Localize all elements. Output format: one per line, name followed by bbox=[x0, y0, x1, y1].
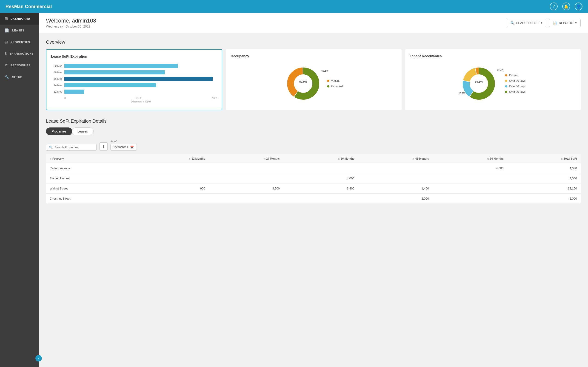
tenant-receivables-card: Tenant Receivables bbox=[405, 49, 581, 110]
col-property[interactable]: ⇅Property bbox=[46, 154, 134, 163]
help-icon[interactable]: ? bbox=[550, 2, 558, 10]
sidebar-collapse-button[interactable]: ‹ bbox=[35, 355, 42, 361]
cell-12m bbox=[134, 173, 209, 184]
top-nav-icons: ? 🔔 👤 bbox=[550, 2, 582, 10]
table-row: Flagler Avenue 4,000 4,000 bbox=[46, 173, 581, 184]
current-label: Current bbox=[509, 74, 518, 77]
bar-label: 24 Mos bbox=[51, 84, 62, 87]
receivables-legend: Current Over 30 days Over 60 days bbox=[505, 74, 526, 93]
legend-vacant: Vacant bbox=[327, 79, 343, 83]
cell-12m: 900 bbox=[134, 184, 209, 194]
charts-row: Lease SqFt Expiration 60 Mos 48 Mos 36 M… bbox=[46, 49, 581, 110]
bar-fill bbox=[64, 70, 165, 75]
cell-24m bbox=[209, 194, 283, 204]
search-box[interactable]: 🔍 bbox=[46, 144, 97, 151]
col-36months[interactable]: ⇅36 Months bbox=[283, 154, 358, 163]
sidebar-item-recoveries[interactable]: ↺ Recoveries bbox=[0, 59, 39, 71]
download-button[interactable]: ⬇ bbox=[99, 142, 108, 151]
date-input[interactable]: 10/30/2019 📅 bbox=[110, 144, 137, 151]
sidebar-label-dashboard: Dashboard bbox=[11, 17, 30, 20]
details-section: Lease SqFt Expiration Details Properties… bbox=[46, 118, 581, 203]
cell-total: 4,000 bbox=[507, 173, 581, 184]
occupancy-donut-container: 59.9% 40.1% Vacant Occupied bbox=[230, 62, 397, 106]
filters-row: 🔍 ⬇ As of: 10/30/2019 📅 bbox=[46, 140, 581, 151]
reports-icon: 📊 bbox=[553, 21, 557, 25]
receivables-label-18-2: 18.2% bbox=[497, 68, 503, 71]
col-60months[interactable]: ⇅60 Months bbox=[433, 154, 507, 163]
receivables-label-18-2b: 18.2% bbox=[459, 92, 465, 95]
data-table: ⇅Property ⇅12 Months ⇅24 Months ⇅36 Mont… bbox=[46, 154, 581, 203]
bar-row: 48 Mos bbox=[51, 70, 217, 75]
bell-icon[interactable]: 🔔 bbox=[562, 2, 570, 10]
over60-label: Over 60 days bbox=[509, 85, 526, 88]
reports-button[interactable]: 📊 REPORTS ▾ bbox=[549, 19, 581, 27]
table-header-row: ⇅Property ⇅12 Months ⇅24 Months ⇅36 Mont… bbox=[46, 154, 581, 163]
sidebar-item-leases[interactable]: 📄 Leases bbox=[0, 25, 39, 36]
cell-property: Chestnut Street bbox=[46, 194, 134, 204]
bar-row: 60 Mos bbox=[51, 64, 217, 68]
bar-fill bbox=[64, 83, 156, 87]
app-body: ⊞ Dashboard 📄 Leases ⊟ Properties $ Tran… bbox=[0, 13, 588, 367]
cell-24m: 3,200 bbox=[209, 184, 283, 194]
current-dot bbox=[505, 74, 507, 76]
bar-row: 12 Mos bbox=[51, 90, 217, 94]
transactions-icon: $ bbox=[5, 52, 7, 56]
table-row: Chestnut Street 2,000 2,000 bbox=[46, 194, 581, 204]
cell-total: 2,000 bbox=[507, 194, 581, 204]
occupancy-title: Occupancy bbox=[230, 54, 397, 58]
cell-property: Flagler Avenue bbox=[46, 173, 134, 184]
sidebar: ⊞ Dashboard 📄 Leases ⊟ Properties $ Tran… bbox=[0, 13, 39, 367]
occupancy-legend: Vacant Occupied bbox=[327, 79, 343, 88]
bar-fill bbox=[64, 90, 84, 94]
over60-dot bbox=[505, 85, 507, 87]
table-row: Radnor Avenue 4,000 4,000 bbox=[46, 163, 581, 173]
occupancy-vacant-label: 40.1% bbox=[321, 69, 328, 72]
calendar-icon: 📅 bbox=[130, 146, 134, 149]
bar-track bbox=[64, 83, 217, 87]
cell-36m bbox=[283, 194, 358, 204]
cell-24m bbox=[209, 163, 283, 173]
cell-total: 12,100 bbox=[507, 184, 581, 194]
svg-text:60.1%: 60.1% bbox=[475, 80, 483, 83]
sidebar-item-setup[interactable]: 🔧 Setup bbox=[0, 71, 39, 83]
cell-36m: 4,000 bbox=[283, 173, 358, 184]
cell-12m bbox=[134, 163, 209, 173]
col-12months[interactable]: ⇅12 Months bbox=[134, 154, 209, 163]
cell-36m bbox=[283, 163, 358, 173]
sidebar-item-dashboard[interactable]: ⊞ Dashboard bbox=[0, 13, 39, 25]
cell-60m bbox=[433, 173, 507, 184]
col-24months[interactable]: ⇅24 Months bbox=[209, 154, 283, 163]
search-edit-chevron: ▾ bbox=[541, 21, 543, 25]
cell-48m bbox=[358, 173, 432, 184]
sidebar-item-properties[interactable]: ⊟ Properties bbox=[0, 36, 39, 48]
table-row: Walnut Street 900 3,200 3,400 1,400 12,1… bbox=[46, 184, 581, 194]
svg-text:59.9%: 59.9% bbox=[299, 80, 307, 83]
sidebar-label-properties: Properties bbox=[11, 41, 30, 44]
search-input[interactable] bbox=[54, 146, 94, 149]
date-value: 10/30/2019 bbox=[113, 146, 128, 149]
app-brand: ResMan Commercial bbox=[6, 4, 52, 9]
tab-properties[interactable]: Properties bbox=[46, 127, 72, 135]
bar-axis-note: (Measured in SqFt) bbox=[51, 100, 217, 103]
legend-over90: Over 90 days bbox=[505, 90, 526, 93]
details-title: Lease SqFt Expiration Details bbox=[46, 118, 581, 124]
search-icon: 🔍 bbox=[49, 146, 53, 149]
cell-12m bbox=[134, 194, 209, 204]
lease-sqft-title: Lease SqFt Expiration bbox=[51, 54, 217, 58]
dashboard-icon: ⊞ bbox=[5, 17, 8, 21]
tab-row: Properties Leases bbox=[46, 127, 581, 135]
bar-label: 36 Mos bbox=[51, 77, 62, 80]
lease-sqft-card: Lease SqFt Expiration 60 Mos 48 Mos 36 M… bbox=[46, 49, 222, 110]
leases-icon: 📄 bbox=[5, 28, 9, 33]
over90-label: Over 90 days bbox=[509, 90, 526, 93]
cell-total: 4,000 bbox=[507, 163, 581, 173]
search-edit-button[interactable]: 🔍 SEARCH & EDIT ▾ bbox=[507, 19, 547, 27]
col-48months[interactable]: ⇅48 Months bbox=[358, 154, 432, 163]
sidebar-label-recoveries: Recoveries bbox=[11, 64, 31, 67]
tab-leases[interactable]: Leases bbox=[72, 127, 94, 135]
user-icon[interactable]: 👤 bbox=[575, 2, 582, 10]
sidebar-item-transactions[interactable]: $ Transactions bbox=[0, 48, 39, 59]
tenant-receivables-title: Tenant Receivables bbox=[410, 54, 576, 58]
col-total[interactable]: ⇅Total SqFt bbox=[507, 154, 581, 163]
over90-dot bbox=[505, 91, 507, 93]
